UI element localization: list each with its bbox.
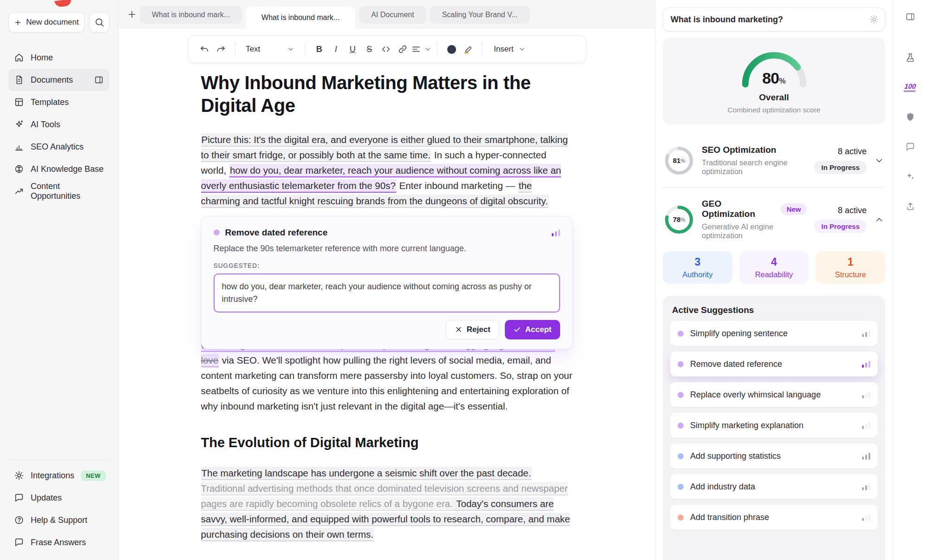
tab-bar: What is inbound mark... What is inbound … bbox=[118, 0, 655, 29]
ai-sparkles-icon[interactable] bbox=[901, 167, 920, 186]
sidebar-item-documents[interactable]: Documents bbox=[8, 69, 110, 91]
structure-count: 1 bbox=[848, 256, 854, 268]
editor-content[interactable]: Why Inbound Marketing Matters in the Dig… bbox=[201, 29, 573, 560]
search-icon bbox=[94, 17, 104, 27]
suggested-text-box[interactable]: how do you, dear marketer, reach your au… bbox=[214, 273, 560, 313]
align-dropdown[interactable] bbox=[411, 41, 431, 58]
suggestion-item-remove-dated-reference[interactable]: Remove dated reference bbox=[670, 352, 878, 377]
insert-dropdown[interactable]: Insert bbox=[488, 41, 531, 58]
suggestion-dot bbox=[214, 229, 220, 235]
score-100-icon[interactable]: 100 bbox=[901, 78, 920, 97]
suggestion-label: Replace overly whimsical language bbox=[690, 390, 855, 400]
query-input[interactable] bbox=[663, 7, 885, 32]
suggestion-item-add-industry-data[interactable]: Add industry data bbox=[670, 474, 878, 499]
section-heading: The Evolution of Digital Marketing bbox=[201, 435, 573, 450]
suggestion-item-add-transition[interactable]: Add transition phrase bbox=[670, 505, 878, 530]
sidebar-search-button[interactable] bbox=[89, 12, 110, 33]
suggestion-item-simplify-opening[interactable]: Simplify opening sentence bbox=[670, 321, 878, 346]
authority-label: Authority bbox=[682, 270, 712, 279]
impact-bars-icon bbox=[862, 452, 870, 460]
sidebar-item-integrations[interactable]: Integrations NEW bbox=[8, 464, 110, 487]
active-suggestions-panel: Active Suggestions Simplify opening sent… bbox=[663, 296, 885, 560]
new-document-button[interactable]: New document bbox=[8, 12, 85, 33]
help-circle-icon bbox=[14, 515, 24, 525]
strikethrough-button[interactable]: S bbox=[361, 41, 378, 58]
gear-icon[interactable] bbox=[869, 14, 879, 25]
italic-button[interactable]: I bbox=[327, 41, 344, 58]
seo-text: SEO Optimization Traditional search engi… bbox=[702, 145, 807, 176]
document-icon bbox=[14, 75, 24, 85]
redo-button[interactable] bbox=[213, 41, 229, 58]
geo-status: 8 active In Progress bbox=[814, 206, 867, 233]
authority-count: 3 bbox=[694, 256, 700, 268]
geo-score-value: 78% bbox=[664, 204, 694, 235]
panel-toggle-icon[interactable] bbox=[901, 7, 920, 26]
chevron-down-icon bbox=[518, 46, 526, 53]
reject-button[interactable]: Reject bbox=[446, 320, 499, 339]
suggestion-dot bbox=[678, 331, 684, 337]
divider bbox=[663, 187, 885, 188]
readability-label: Readability bbox=[755, 270, 793, 279]
tab-document-2-active[interactable]: What is inbound mark... bbox=[246, 7, 355, 29]
sidebar-item-label: Updates bbox=[31, 493, 62, 503]
chevron-down-icon[interactable] bbox=[874, 156, 884, 166]
seo-status-badge: In Progress bbox=[814, 161, 867, 174]
suggestion-item-simplify-marketing[interactable]: Simplify marketing explanation bbox=[670, 413, 878, 438]
optimization-rows: 81% SEO Optimization Traditional search … bbox=[663, 145, 885, 240]
underline-button[interactable]: U bbox=[344, 41, 361, 58]
shield-icon[interactable] bbox=[901, 108, 920, 126]
experiments-flask-icon[interactable] bbox=[901, 48, 920, 67]
sidebar-item-home[interactable]: Home bbox=[8, 46, 110, 69]
block-style-dropdown[interactable]: Text bbox=[241, 41, 299, 58]
seo-optimization-row[interactable]: 81% SEO Optimization Traditional search … bbox=[663, 145, 885, 176]
editor-canvas[interactable]: Text B I U S Insert Why In bbox=[118, 29, 655, 560]
sidebar-item-frase-answers[interactable]: Frase Answers bbox=[8, 531, 110, 553]
query-bar bbox=[663, 7, 885, 32]
sidebar-actions: New document bbox=[8, 12, 110, 33]
trending-up-icon bbox=[14, 186, 24, 196]
overall-score-card: 80% Overall Combined optimization score bbox=[663, 38, 885, 124]
tab-document-1[interactable]: What is inbound mark... bbox=[140, 6, 242, 24]
text-color-button[interactable] bbox=[443, 41, 460, 58]
tab-ai-document[interactable]: AI Document bbox=[359, 6, 426, 24]
sidebar-item-help-support[interactable]: Help & Support bbox=[8, 509, 110, 531]
knowledge-brain-icon bbox=[14, 164, 24, 174]
toolbar-divider bbox=[482, 43, 483, 56]
sidebar-item-label: Documents bbox=[31, 75, 73, 85]
bold-button[interactable]: B bbox=[311, 41, 327, 58]
highlighter-button[interactable] bbox=[460, 41, 477, 58]
sidebar-item-ai-tools[interactable]: AI Tools bbox=[8, 113, 110, 136]
tab-scaling-your-brand[interactable]: Scaling Your Brand V... bbox=[430, 6, 530, 24]
split-panel-icon[interactable] bbox=[94, 75, 104, 85]
sparkle-icon bbox=[14, 119, 24, 130]
seo-score-value: 81% bbox=[664, 145, 694, 176]
toolbar-divider bbox=[437, 43, 437, 56]
new-tab-button[interactable] bbox=[124, 7, 140, 22]
accept-button[interactable]: Accept bbox=[505, 320, 560, 339]
suggestion-card: Remove dated reference Replace the 90s t… bbox=[201, 216, 573, 349]
suggestion-dot bbox=[678, 361, 684, 367]
seo-score-ring: 81% bbox=[664, 145, 694, 176]
link-button[interactable] bbox=[394, 41, 411, 58]
suggestion-dot bbox=[678, 453, 684, 459]
optimization-panel: 80% Overall Combined optimization score … bbox=[655, 0, 893, 560]
overall-score-value: 80% bbox=[739, 69, 809, 87]
sidebar-item-updates[interactable]: Updates bbox=[8, 487, 110, 509]
sidebar-item-content-opportunities[interactable]: Content Opportunities bbox=[8, 180, 110, 202]
sidebar-item-seo-analytics[interactable]: SEO Analytics bbox=[8, 136, 110, 158]
overall-label: Overall bbox=[663, 92, 885, 103]
suggestion-item-replace-whimsical[interactable]: Replace overly whimsical language bbox=[670, 382, 878, 407]
suggestion-dot bbox=[678, 484, 684, 490]
suggestion-item-add-statistics[interactable]: Add supporting statistics bbox=[670, 443, 878, 469]
undo-button[interactable] bbox=[196, 41, 213, 58]
export-upload-icon[interactable] bbox=[901, 197, 920, 215]
code-button[interactable] bbox=[378, 41, 394, 58]
app-logo bbox=[54, 0, 72, 7]
suggestion-label: Add transition phrase bbox=[690, 513, 855, 522]
comments-icon[interactable] bbox=[901, 137, 920, 156]
chevron-up-icon[interactable] bbox=[874, 215, 884, 225]
geo-optimization-row[interactable]: 78% GEO Optimization New Generative AI e… bbox=[663, 199, 885, 240]
sidebar-item-templates[interactable]: Templates bbox=[8, 91, 110, 113]
sidebar-item-ai-knowledge-base[interactable]: AI Knowledge Base bbox=[8, 158, 110, 180]
impact-bars-icon bbox=[862, 483, 870, 490]
